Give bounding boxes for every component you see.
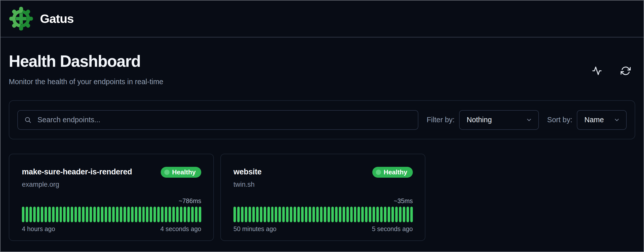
- history-bar[interactable]: [150, 207, 152, 222]
- filter-dropdown[interactable]: Nothing: [459, 110, 539, 130]
- history-bar[interactable]: [410, 207, 413, 222]
- history-bar[interactable]: [403, 207, 405, 222]
- history-bar[interactable]: [380, 207, 383, 222]
- history-bar[interactable]: [241, 207, 244, 222]
- history-bar[interactable]: [153, 207, 156, 222]
- history-bar[interactable]: [139, 207, 141, 222]
- history-bar[interactable]: [388, 207, 390, 222]
- history-bar[interactable]: [294, 207, 296, 222]
- history-bar[interactable]: [328, 207, 330, 222]
- history-bar[interactable]: [90, 207, 92, 222]
- history-bar[interactable]: [350, 207, 353, 222]
- history-bar[interactable]: [33, 207, 36, 222]
- history-bar[interactable]: [195, 207, 197, 222]
- brand[interactable]: Gatus: [9, 6, 74, 31]
- history-bar[interactable]: [71, 207, 73, 222]
- history-bar[interactable]: [135, 207, 137, 222]
- history-bar[interactable]: [157, 207, 160, 222]
- search-box[interactable]: [17, 110, 418, 130]
- history-bar[interactable]: [267, 207, 270, 222]
- history-bar[interactable]: [165, 207, 167, 222]
- history-bar[interactable]: [297, 207, 300, 222]
- history-bar[interactable]: [339, 207, 341, 222]
- history-bar[interactable]: [384, 207, 386, 222]
- history-bar[interactable]: [78, 207, 81, 222]
- history-bar[interactable]: [316, 207, 319, 222]
- history-bar[interactable]: [22, 207, 24, 222]
- history-bar[interactable]: [191, 207, 194, 222]
- history-bar[interactable]: [52, 207, 55, 222]
- history-bar[interactable]: [286, 207, 289, 222]
- history-bar[interactable]: [120, 207, 122, 222]
- history-bar[interactable]: [48, 207, 51, 222]
- history-bar[interactable]: [395, 207, 398, 222]
- history-bar[interactable]: [124, 207, 126, 222]
- history-bar[interactable]: [282, 207, 285, 222]
- history-bar[interactable]: [131, 207, 134, 222]
- history-bar[interactable]: [335, 207, 338, 222]
- history-bar[interactable]: [376, 207, 379, 222]
- history-bar[interactable]: [176, 207, 179, 222]
- history-bar[interactable]: [305, 207, 307, 222]
- history-bar[interactable]: [354, 207, 356, 222]
- history-bar[interactable]: [180, 207, 182, 222]
- history-bar[interactable]: [86, 207, 88, 222]
- history-bar[interactable]: [169, 207, 171, 222]
- activity-toggle-button[interactable]: [592, 66, 602, 76]
- history-bar[interactable]: [187, 207, 190, 222]
- history-bar[interactable]: [45, 207, 47, 222]
- refresh-button[interactable]: [621, 66, 631, 76]
- history-bar[interactable]: [373, 207, 375, 222]
- history-bar[interactable]: [112, 207, 115, 222]
- endpoint-card[interactable]: website Healthy twin.sh ~35ms 50 minutes…: [220, 154, 425, 241]
- history-bar[interactable]: [260, 207, 262, 222]
- history-bar[interactable]: [29, 207, 32, 222]
- history-bar[interactable]: [369, 207, 371, 222]
- history-bar[interactable]: [108, 207, 111, 222]
- history-bar[interactable]: [74, 207, 77, 222]
- endpoint-name[interactable]: website: [233, 167, 262, 177]
- history-bar[interactable]: [331, 207, 334, 222]
- history-bar[interactable]: [312, 207, 315, 222]
- history-bar[interactable]: [101, 207, 103, 222]
- history-bar[interactable]: [290, 207, 292, 222]
- history-bar[interactable]: [127, 207, 130, 222]
- history-bar[interactable]: [172, 207, 175, 222]
- history-bar[interactable]: [357, 207, 360, 222]
- history-bar[interactable]: [116, 207, 118, 222]
- history-bar[interactable]: [249, 207, 251, 222]
- history-bar[interactable]: [264, 207, 266, 222]
- history-bar[interactable]: [105, 207, 107, 222]
- history-bar[interactable]: [184, 207, 186, 222]
- history-bar[interactable]: [320, 207, 323, 222]
- history-bar[interactable]: [361, 207, 364, 222]
- history-bar[interactable]: [146, 207, 148, 222]
- history-bar[interactable]: [93, 207, 96, 222]
- history-bar[interactable]: [67, 207, 69, 222]
- history-bar[interactable]: [237, 207, 240, 222]
- history-bar[interactable]: [407, 207, 409, 222]
- history-bar[interactable]: [233, 207, 236, 222]
- history-bar[interactable]: [37, 207, 39, 222]
- history-bar[interactable]: [275, 207, 277, 222]
- history-bar[interactable]: [399, 207, 401, 222]
- search-input[interactable]: [37, 116, 411, 124]
- history-bar[interactable]: [199, 207, 201, 222]
- history-bar[interactable]: [278, 207, 281, 222]
- history-bar[interactable]: [56, 207, 58, 222]
- history-bar[interactable]: [391, 207, 394, 222]
- history-bar[interactable]: [63, 207, 66, 222]
- history-bar[interactable]: [343, 207, 345, 222]
- history-bar[interactable]: [26, 207, 28, 222]
- endpoint-card[interactable]: make-sure-header-is-rendered Healthy exa…: [9, 154, 214, 241]
- history-bar[interactable]: [346, 207, 349, 222]
- history-bar[interactable]: [365, 207, 368, 222]
- endpoint-name[interactable]: make-sure-header-is-rendered: [22, 167, 132, 177]
- history-bar[interactable]: [97, 207, 100, 222]
- sort-dropdown[interactable]: Name: [577, 110, 627, 130]
- history-bar[interactable]: [60, 207, 62, 222]
- history-bar[interactable]: [252, 207, 255, 222]
- history-bar[interactable]: [309, 207, 311, 222]
- history-bar[interactable]: [161, 207, 164, 222]
- history-bar[interactable]: [142, 207, 145, 222]
